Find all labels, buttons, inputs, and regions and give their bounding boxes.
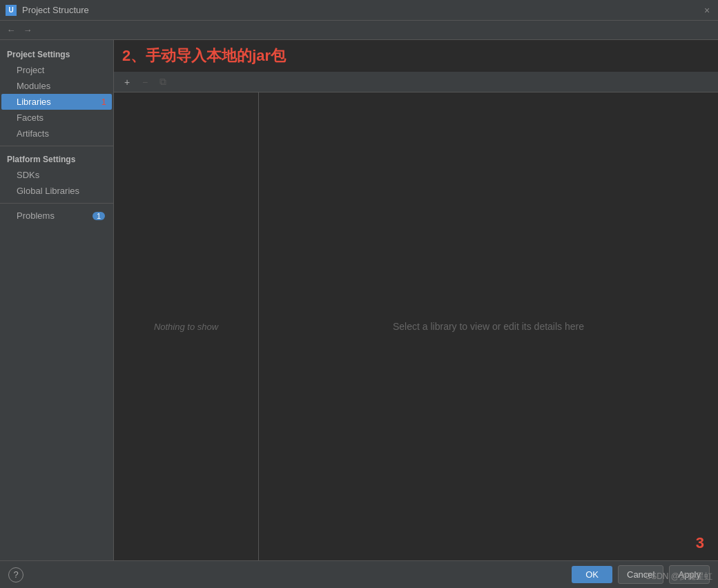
close-button[interactable]: × (701, 5, 712, 16)
left-panel: Nothing to show (114, 92, 259, 560)
copy-library-button[interactable]: ⧉ (155, 75, 171, 90)
remove-library-button[interactable]: − (137, 75, 153, 90)
main-container: Project Settings Project Modules Librari… (0, 40, 718, 560)
app-icon: U (6, 5, 17, 16)
sidebar-item-global-libraries[interactable]: Global Libraries (1, 183, 112, 199)
content-area: 2、手动导入本地的jar包 + − ⧉ Nothing to show Sele… (114, 40, 718, 560)
title-bar: U Project Structure × (0, 0, 718, 21)
right-panel: Select a library to view or edit its det… (259, 92, 718, 560)
watermark: CSDN @梦魔星虹 (645, 571, 712, 582)
window-title: Project Structure (22, 5, 89, 15)
sidebar-item-libraries[interactable]: Libraries 1 (1, 94, 112, 110)
forward-button[interactable]: → (21, 23, 35, 37)
problems-badge: 1 (93, 212, 105, 220)
header-annotation: 2、手动导入本地的jar包 (114, 40, 718, 72)
nav-bar: ← → (0, 21, 718, 40)
sidebar-item-problems[interactable]: Problems 1 (1, 208, 112, 224)
nothing-to-show-label: Nothing to show (154, 322, 218, 332)
libraries-number-annotation: 1 (101, 97, 106, 107)
content-toolbar: + − ⧉ (114, 72, 718, 92)
help-button[interactable]: ? (8, 567, 23, 582)
sidebar-item-modules[interactable]: Modules (1, 78, 112, 94)
select-library-hint: Select a library to view or edit its det… (393, 321, 584, 332)
platform-settings-header: Platform Settings (0, 150, 113, 167)
back-button[interactable]: ← (4, 23, 18, 37)
ok-button[interactable]: OK (572, 566, 612, 583)
sidebar-item-facets[interactable]: Facets (1, 110, 112, 126)
add-library-button[interactable]: + (119, 75, 135, 90)
sidebar-item-project[interactable]: Project (1, 62, 112, 78)
sidebar-divider-2 (0, 203, 113, 204)
sidebar: Project Settings Project Modules Librari… (0, 40, 114, 560)
panels-container: Nothing to show Select a library to view… (114, 92, 718, 560)
project-settings-header: Project Settings (0, 46, 113, 62)
sidebar-divider (0, 146, 113, 146)
sidebar-item-artifacts[interactable]: Artifacts (1, 126, 112, 141)
sidebar-item-sdks[interactable]: SDKs (1, 167, 112, 183)
bottom-bar: ? OK Cancel Apply (0, 560, 718, 588)
